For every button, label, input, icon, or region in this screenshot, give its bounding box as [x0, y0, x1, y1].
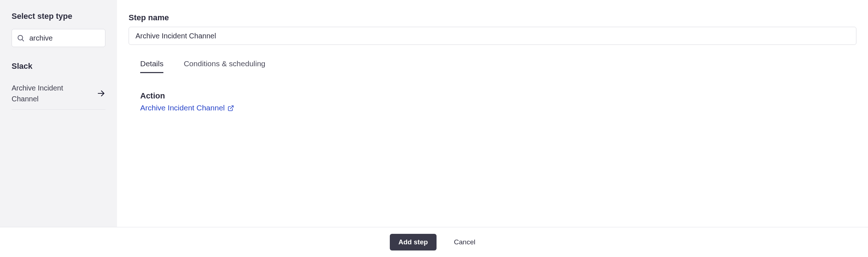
svg-line-3 [230, 106, 233, 109]
search-input[interactable] [12, 29, 105, 47]
footer: Add step Cancel [0, 227, 868, 257]
action-label: Action [140, 91, 856, 101]
content: Step name Details Conditions & schedulin… [117, 0, 868, 227]
search-wrapper [12, 29, 105, 47]
external-link-icon [228, 105, 234, 111]
arrow-right-icon [97, 89, 105, 98]
add-step-button[interactable]: Add step [390, 234, 437, 250]
tab-details[interactable]: Details [140, 59, 163, 73]
sidebar-item-label: Archive Incident Channel [12, 83, 84, 104]
tabs: Details Conditions & scheduling [129, 59, 856, 73]
cancel-button[interactable]: Cancel [451, 234, 478, 250]
action-section: Action Archive Incident Channel [129, 91, 856, 112]
action-link[interactable]: Archive Incident Channel [140, 104, 234, 112]
step-name-label: Step name [129, 13, 856, 22]
category-label-slack: Slack [12, 62, 105, 71]
sidebar-item-archive-incident-channel[interactable]: Archive Incident Channel [12, 77, 105, 110]
sidebar-title: Select step type [12, 12, 105, 21]
action-link-text: Archive Incident Channel [140, 104, 225, 112]
sidebar: Select step type Slack Archive Incident … [0, 0, 117, 227]
step-name-input[interactable] [129, 27, 856, 45]
tab-conditions-scheduling[interactable]: Conditions & scheduling [184, 59, 265, 73]
